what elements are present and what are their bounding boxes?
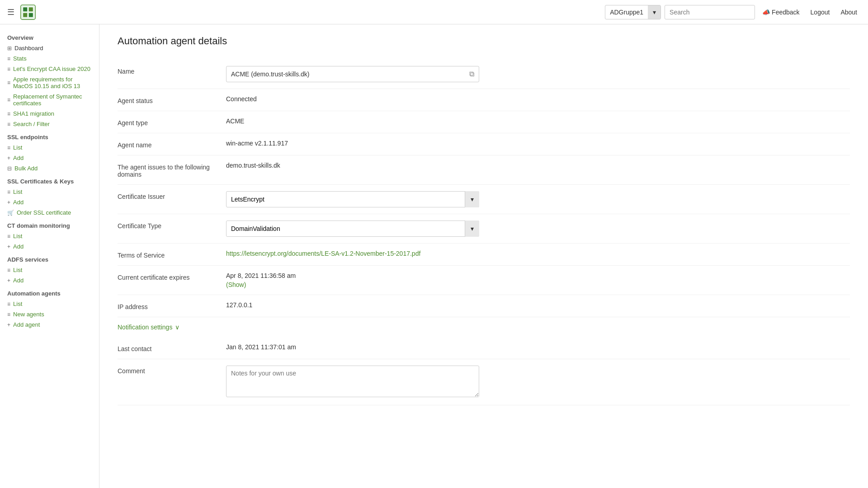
sidebar-item-new-agents[interactable]: ≡ New agents: [0, 309, 99, 319]
sidebar-item-sha1[interactable]: ≡ SHA1 migration: [0, 108, 99, 119]
sidebar-item-label: Add: [13, 155, 24, 161]
cert-issuer-select-wrapper: LetsEncrypt ▾: [226, 191, 479, 207]
domains-value: demo.trust-skills.dk: [226, 162, 850, 169]
add-icon: +: [7, 244, 10, 250]
feedback-button[interactable]: 📣 Feedback: [759, 9, 803, 16]
sidebar-item-ssl-bulk[interactable]: ⊟ Bulk Add: [0, 163, 99, 174]
sidebar-item-apple[interactable]: ≡ Apple requirements for MacOS 10.15 and…: [0, 74, 99, 91]
about-button[interactable]: About: [837, 9, 861, 16]
sidebar-item-automation-list[interactable]: ≡ List: [0, 299, 99, 309]
tos-label: Terms of Service: [118, 250, 226, 259]
sidebar-item-ct-add[interactable]: + Add: [0, 241, 99, 252]
menu-icon[interactable]: ☰: [7, 7, 14, 17]
sidebar-item-ssl-add[interactable]: + Add: [0, 153, 99, 163]
svg-rect-1: [23, 7, 27, 11]
add-icon: +: [7, 322, 10, 328]
name-row: Name ACME (demo.trust-skills.dk) ⧉: [118, 60, 850, 89]
sidebar-item-adfs-list[interactable]: ≡ List: [0, 265, 99, 275]
agent-status-value: Connected: [226, 95, 850, 103]
bulk-icon: ⊟: [7, 165, 12, 172]
logo-icon: [20, 4, 36, 20]
agent-type-value: ACME: [226, 117, 850, 125]
cert-expires-row: Current certificate expires Apr 8, 2021 …: [118, 266, 850, 295]
ssl-certs-section-label: SSL Certificates & Keys: [0, 174, 99, 187]
ip-label: IP address: [118, 301, 226, 310]
agent-status-row: Agent status Connected: [118, 89, 850, 111]
sidebar-item-ct-list[interactable]: ≡ List: [0, 231, 99, 241]
agent-name-label: Agent name: [118, 140, 226, 149]
sidebar-item-label: SHA1 migration: [13, 110, 54, 117]
notification-settings-toggle[interactable]: Notification settings ∨: [118, 317, 850, 337]
cert-expires-value: Apr 8, 2021 11:36:58 am (Show): [226, 272, 850, 288]
header-left: ☰: [7, 4, 36, 20]
tos-row: Terms of Service https://letsencrypt.org…: [118, 244, 850, 266]
last-contact-value: Jan 8, 2021 11:37:01 am: [226, 343, 850, 351]
comment-label: Comment: [118, 366, 226, 375]
sidebar: Overview ⊞ Dashboard ≡ Stats ≡ Let's Enc…: [0, 24, 99, 488]
sidebar-item-replacement[interactable]: ≡ Replacement of Symantec certificates: [0, 91, 99, 108]
sidebar-item-label: List: [13, 267, 22, 273]
sidebar-item-label: Stats: [13, 55, 27, 62]
last-contact-label: Last contact: [118, 343, 226, 352]
tos-link[interactable]: https://letsencrypt.org/documents/LE-SA-…: [226, 250, 420, 257]
svg-rect-4: [29, 13, 33, 17]
cert-issuer-value: LetsEncrypt ▾: [226, 191, 850, 207]
sidebar-item-stats[interactable]: ≡ Stats: [0, 53, 99, 64]
comment-row: Comment: [118, 359, 850, 405]
main-content: Automation agent details Name ACME (demo…: [99, 24, 868, 488]
sidebar-item-add-agent[interactable]: + Add agent: [0, 319, 99, 330]
automation-section-label: Automation agents: [0, 286, 99, 299]
megaphone-icon: 📣: [762, 9, 770, 16]
logout-button[interactable]: Logout: [807, 9, 834, 16]
sidebar-item-label: Add: [13, 199, 24, 206]
sidebar-item-ssl-list[interactable]: ≡ List: [0, 142, 99, 153]
sidebar-item-label: List: [13, 144, 22, 151]
name-input[interactable]: ACME (demo.trust-skills.dk) ⧉: [226, 66, 479, 82]
notification-chevron-icon: ∨: [175, 324, 179, 331]
sidebar-item-order-cert[interactable]: 🛒 Order SSL certificate: [0, 207, 99, 218]
sidebar-item-letsencrypt[interactable]: ≡ Let's Encrypt CAA issue 2020: [0, 64, 99, 74]
list-icon: ≡: [7, 233, 10, 239]
cert-type-value: DomainValidation ▾: [226, 221, 850, 237]
adfs-section-label: ADFS services: [0, 252, 99, 265]
search-input[interactable]: [665, 5, 755, 19]
svg-rect-2: [29, 7, 33, 11]
agent-status-label: Agent status: [118, 95, 226, 104]
cert-type-row: Certificate Type DomainValidation ▾: [118, 214, 850, 244]
sidebar-item-dashboard[interactable]: ⊞ Dashboard: [0, 43, 99, 53]
ip-value: 127.0.0.1: [226, 301, 850, 309]
list-icon: ≡: [7, 66, 10, 72]
agent-type-row: Agent type ACME: [118, 111, 850, 133]
sidebar-item-label: Search / Filter: [13, 121, 50, 127]
cert-issuer-select[interactable]: LetsEncrypt: [226, 191, 479, 207]
notification-settings-label: Notification settings: [118, 324, 172, 331]
sidebar-item-search-filter[interactable]: ≡ Search / Filter: [0, 119, 99, 129]
feedback-label: Feedback: [772, 9, 799, 16]
copy-icon[interactable]: ⧉: [469, 70, 474, 78]
comment-textarea[interactable]: [226, 366, 479, 397]
user-dropdown-arrow[interactable]: ▾: [648, 5, 660, 19]
cert-issuer-row: Certificate Issuer LetsEncrypt ▾: [118, 185, 850, 214]
sidebar-item-certs-list[interactable]: ≡ List: [0, 187, 99, 197]
list-icon: ≡: [7, 80, 10, 86]
sidebar-item-label: List: [13, 188, 22, 195]
domains-row: The agent issues to the following domain…: [118, 155, 850, 185]
add-icon: +: [7, 199, 10, 206]
cert-type-select[interactable]: DomainValidation: [226, 221, 479, 237]
cart-icon: 🛒: [7, 210, 14, 216]
list-icon: ≡: [7, 145, 10, 151]
filter-icon: ≡: [7, 121, 10, 127]
details-form: Name ACME (demo.trust-skills.dk) ⧉ Agent…: [118, 60, 850, 405]
list-icon: ≡: [7, 189, 10, 195]
ip-row: IP address 127.0.0.1: [118, 295, 850, 317]
list-icon: ≡: [7, 56, 10, 62]
sidebar-item-label: Dashboard: [14, 45, 43, 52]
page-title: Automation agent details: [118, 35, 850, 47]
sidebar-item-adfs-add[interactable]: + Add: [0, 275, 99, 286]
cert-expires-show[interactable]: (Show): [226, 281, 850, 288]
cert-issuer-label: Certificate Issuer: [118, 191, 226, 200]
user-selector[interactable]: ADGruppe1 ▾: [605, 5, 661, 19]
list-icon: ≡: [7, 301, 10, 307]
ct-domain-section-label: CT domain monitoring: [0, 218, 99, 231]
sidebar-item-certs-add[interactable]: + Add: [0, 197, 99, 207]
